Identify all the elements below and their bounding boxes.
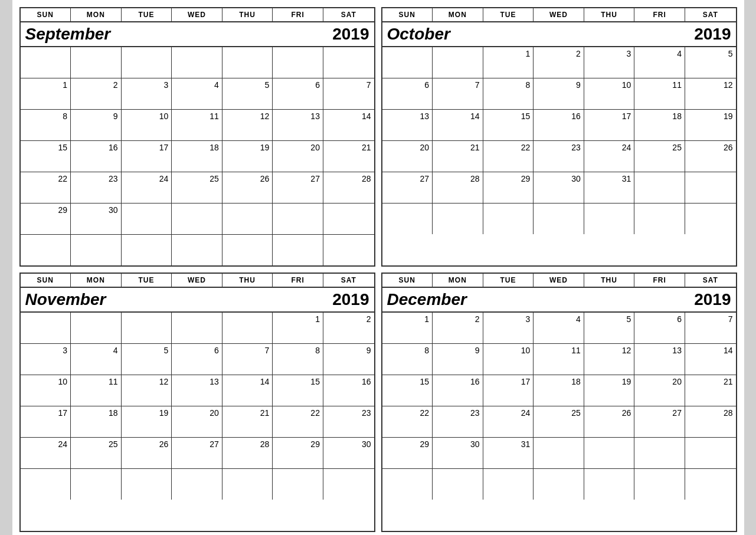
september-cell-w3-d4: 19 [222,141,273,172]
september-cell-w0-d0 [21,47,71,78]
october-cell-w0-d4: 3 [584,47,635,78]
september-cell-w1-d6: 7 [323,78,374,109]
december-cell-w3-d3: 25 [534,406,584,437]
november-week-4: 24252627282930 [21,437,374,468]
november-cell-w3-d5: 22 [273,406,323,437]
october-cell-w3-d4: 24 [584,141,635,172]
november-cell-w2-d0: 10 [21,375,71,406]
september-header-row: SUNMONTUEWEDTHUFRISAT [21,8,374,22]
september-cell-w5-d2 [122,204,172,234]
october-cell-w5-d0 [382,204,433,234]
september-cell-w0-d4 [222,47,273,78]
november-cell-w1-d4: 7 [222,344,273,375]
october-cell-w0-d5: 4 [634,47,685,78]
december-week-2: 15161718192021 [382,375,736,406]
september-header-thu: THU [222,8,273,21]
december-cell-w0-d3: 4 [534,313,584,343]
september-cell-w5-d3 [172,204,222,234]
september-cell-w3-d0: 15 [21,141,71,172]
october-cell-w4-d5 [634,172,685,203]
september-cell-w4-d6: 28 [323,172,374,203]
november-cell-w3-d2: 19 [122,406,172,437]
november-cell-w3-d6: 23 [323,406,374,437]
calendar-september: SUNMONTUEWEDTHUFRISATSeptember2019123456… [19,7,375,267]
november-cell-w1-d2: 5 [122,344,172,375]
november-header-thu: THU [222,274,273,287]
october-cell-w2-d1: 14 [433,110,483,140]
october-cell-w2-d0: 13 [382,110,433,140]
november-cell-w2-d2: 12 [122,375,172,406]
november-cell-w0-d1 [71,313,122,343]
september-cell-w5-d1: 30 [71,204,122,234]
december-cell-w0-d6: 7 [685,313,736,343]
december-cell-w4-d0: 29 [382,438,433,468]
october-cell-w1-d2: 8 [483,78,534,109]
september-year: 2019 [332,25,369,44]
september-cell-w3-d2: 17 [122,141,172,172]
november-cell-w1-d3: 6 [172,344,222,375]
september-cell-w4-d4: 26 [222,172,273,203]
october-cell-w0-d3: 2 [534,47,584,78]
december-header-thu: THU [584,274,635,287]
calendar-december: SUNMONTUEWEDTHUFRISATDecember20191234567… [381,273,737,532]
september-header-wed: WED [172,8,222,21]
november-cell-w0-d4 [222,313,273,343]
december-cell-w1-d3: 11 [534,344,584,375]
october-cell-w1-d6: 12 [685,78,736,109]
november-cell-w1-d5: 8 [273,344,323,375]
september-title-row: September2019 [21,22,374,47]
december-year: 2019 [694,290,731,309]
october-header-fri: FRI [634,8,685,21]
october-cell-w1-d5: 11 [634,78,685,109]
november-cell-w0-d2 [122,313,172,343]
december-week-5 [382,468,736,500]
december-cell-w1-d5: 13 [634,344,685,375]
november-year: 2019 [332,290,369,309]
september-cell-w0-d1 [71,47,122,78]
october-header-sat: SAT [685,8,736,21]
september-week-1: 1234567 [21,78,374,109]
october-cell-w3-d2: 22 [483,141,534,172]
december-cell-w3-d4: 26 [584,406,635,437]
october-header-wed: WED [534,8,584,21]
calendars-grid: SUNMONTUEWEDTHUFRISATSeptember2019123456… [19,7,737,532]
october-cell-w3-d1: 21 [433,141,483,172]
september-cell-w6-d1 [71,235,122,265]
october-cell-w5-d3 [534,204,584,234]
december-cell-w0-d0: 1 [382,313,433,343]
september-cell-w6-d5 [273,235,323,265]
october-cell-w3-d3: 23 [534,141,584,172]
november-cell-w5-d4 [222,469,273,500]
october-cell-w5-d6 [685,204,736,234]
december-cell-w2-d6: 21 [685,375,736,406]
december-cell-w2-d4: 19 [584,375,635,406]
december-cell-w2-d3: 18 [534,375,584,406]
october-title-row: October2019 [382,22,736,47]
september-cell-w6-d2 [122,235,172,265]
october-cell-w0-d1 [433,47,483,78]
footer: Print free Calendar Templates from 12mon… [19,532,737,535]
october-cell-w0-d0 [382,47,433,78]
november-cell-w4-d1: 25 [71,438,122,468]
december-cell-w5-d1 [433,469,483,500]
november-cell-w2-d4: 14 [222,375,273,406]
november-week-2: 10111213141516 [21,375,374,406]
october-cell-w4-d1: 28 [433,172,483,203]
december-cell-w4-d1: 30 [433,438,483,468]
november-week-5 [21,468,374,500]
september-cell-w1-d4: 5 [222,78,273,109]
september-cell-w2-d5: 13 [273,110,323,140]
november-cell-w5-d1 [71,469,122,500]
september-header-tue: TUE [122,8,172,21]
september-week-5: 2930 [21,203,374,234]
october-cell-w1-d0: 6 [382,78,433,109]
november-cell-w2-d5: 15 [273,375,323,406]
october-cell-w2-d6: 19 [685,110,736,140]
october-week-5 [382,203,736,234]
october-cell-w1-d4: 10 [584,78,635,109]
november-body: 1234567891011121314151617181920212223242… [21,312,374,500]
september-cell-w0-d2 [122,47,172,78]
october-month-name: October [387,25,450,44]
december-cell-w1-d4: 12 [584,344,635,375]
november-cell-w5-d6 [323,469,374,500]
